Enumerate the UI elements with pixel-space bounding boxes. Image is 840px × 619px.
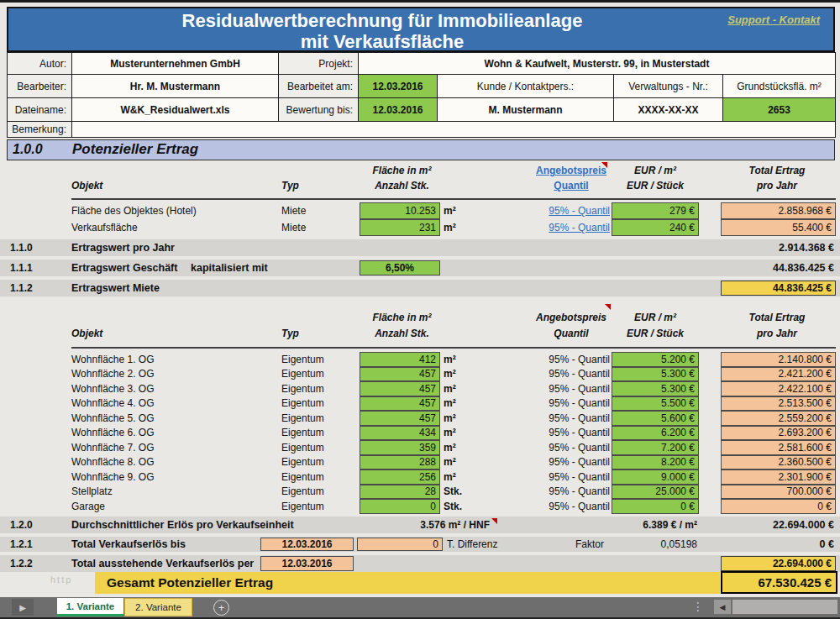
row-code: 1.1.1 <box>10 260 33 276</box>
preis-input[interactable]: 9.000 € <box>612 469 699 485</box>
total-cell: 2.140.800 € <box>721 352 836 367</box>
hnf-area-value: 3.576 m² / HNF <box>353 517 490 533</box>
flaeche-input[interactable]: 457 <box>360 411 440 426</box>
typ-cell: Eigentum <box>281 499 324 514</box>
objekt-cell: Stellplatz <box>71 485 113 500</box>
verkaufserloes-betrag-input[interactable]: 0 <box>357 538 443 551</box>
overflow-dots-icon[interactable]: ⋮ <box>692 600 704 613</box>
kapitalisierung-input[interactable]: 6,50% <box>360 260 440 275</box>
flaeche-input[interactable]: 256 <box>360 469 440 485</box>
quantil-cell: 95% - Quantil <box>496 352 610 367</box>
row-label: Ertragswert Miete <box>71 280 160 296</box>
flaeche-input[interactable]: 412 <box>360 352 440 367</box>
verwaltung-nr-value: XXXX-XX-XX <box>613 97 723 122</box>
sheet-nav-arrow-icon[interactable]: ▶ <box>12 599 34 616</box>
row-code: 1.2.0 <box>10 517 33 533</box>
add-sheet-icon[interactable]: + <box>213 600 229 616</box>
flaeche-input[interactable]: 28 <box>360 485 440 500</box>
quantil-link[interactable]: 95% - Quantil <box>496 202 610 219</box>
bemerkung-input[interactable] <box>71 121 836 138</box>
bearbeitet-am-input[interactable]: 12.03.2016 <box>358 74 438 98</box>
row-total: 44.836.425 € <box>773 260 834 276</box>
col-total-l2: pro Jahr <box>718 328 836 339</box>
flaeche-input[interactable]: 10.253 <box>360 202 440 219</box>
verkaufserloes-datum-input[interactable]: 12.03.2016 <box>260 538 354 551</box>
table-row: Wohnfläche 6. OG Eigentum 434 m² 95% - Q… <box>0 426 840 441</box>
flaeche-input[interactable]: 359 <box>360 440 440 455</box>
einheit-cell: m² <box>444 411 456 426</box>
total-cell: 2.581.600 € <box>721 440 836 455</box>
row-code: 1.2.1 <box>10 537 33 552</box>
row-label: Ertragswert pro Jahr <box>71 239 175 256</box>
einheit-cell: m² <box>444 396 456 412</box>
ausstehend-total: 22.694.000 € <box>721 556 836 571</box>
gesamt-total-cell: 67.530.425 € <box>721 571 837 594</box>
preis-input[interactable]: 5.600 € <box>612 411 699 426</box>
einheit-cell: m² <box>444 352 456 367</box>
preis-input[interactable]: 0 € <box>612 499 699 514</box>
preis-input[interactable]: 6.200 € <box>612 426 699 441</box>
preis-input[interactable]: 5.300 € <box>612 381 699 396</box>
comment-indicator-icon <box>491 518 497 524</box>
quantil-link[interactable]: 95% - Quantil <box>496 219 610 236</box>
horizontal-scrollbar-thumb[interactable] <box>732 600 837 614</box>
flaeche-input[interactable]: 434 <box>360 426 440 441</box>
preis-input[interactable]: 8.200 € <box>612 455 699 470</box>
support-contact-link[interactable]: Support - Kontakt <box>727 13 820 26</box>
objekt-cell: Verkaufsfläche <box>71 219 138 236</box>
objekt-cell: Fläche des Objektes (Hotel) <box>71 202 197 219</box>
objekt-cell: Wohnfläche 7. OG <box>71 440 155 455</box>
row-label: Ertragswert Geschäft <box>71 260 177 276</box>
table-row: Wohnfläche 1. OG Eigentum 412 m² 95% - Q… <box>0 352 840 367</box>
total-cell: 2.513.500 € <box>721 396 836 412</box>
preis-input[interactable]: 5.200 € <box>612 352 699 367</box>
ausstehend-datum-input[interactable]: 12.03.2016 <box>260 556 354 571</box>
quantil-cell: 95% - Quantil <box>496 396 610 412</box>
quantil-cell: 95% - Quantil <box>496 381 610 396</box>
objekt-cell: Wohnfläche 3. OG <box>71 381 155 396</box>
typ-cell: Eigentum <box>281 469 324 485</box>
tab-variante-2[interactable]: 2. Variante <box>124 598 192 616</box>
grundstueck-flaeche-input[interactable]: 2653 <box>722 97 836 122</box>
row-code: 1.1.0 <box>10 239 33 256</box>
flaeche-input[interactable]: 457 <box>360 381 440 396</box>
bewertung-bis-input[interactable]: 12.03.2016 <box>358 97 438 122</box>
preis-input[interactable]: 7.200 € <box>612 440 699 455</box>
total-cell: 2.421.200 € <box>721 367 836 382</box>
flaeche-input[interactable]: 288 <box>360 455 440 470</box>
preis-input[interactable]: 240 € <box>612 219 699 236</box>
table-row: Fläche des Objektes (Hotel) Miete 10.253… <box>0 202 840 219</box>
col-eur-l2: EUR / Stück <box>588 180 722 191</box>
flaeche-input[interactable]: 231 <box>360 219 440 236</box>
preis-input[interactable]: 5.300 € <box>612 367 699 382</box>
comment-indicator-icon <box>601 162 607 168</box>
flaeche-input[interactable]: 457 <box>360 396 440 412</box>
total-cell: 2.559.200 € <box>721 411 836 426</box>
scroll-left-icon[interactable]: ◀ <box>714 600 731 614</box>
einheit-cell: m² <box>444 440 456 455</box>
preis-input[interactable]: 25.000 € <box>612 485 699 500</box>
einheit-cell: Stk. <box>444 499 462 514</box>
objekt-cell: Wohnfläche 8. OG <box>71 455 155 470</box>
grundstueck-label: Grundstücksflä. m² <box>722 74 836 98</box>
preis-input[interactable]: 5.500 € <box>612 396 699 412</box>
total-cell: 2.693.200 € <box>721 426 836 441</box>
objekt-cell: Wohnfläche 1. OG <box>71 352 155 367</box>
table1-header-rule <box>71 198 836 200</box>
row-total: 2.914.368 € <box>779 239 834 256</box>
typ-cell: Eigentum <box>281 411 324 426</box>
objekt-cell: Garage <box>71 499 105 514</box>
quantil-cell: 95% - Quantil <box>496 455 610 470</box>
tab-variante-1[interactable]: 1. Variante <box>57 598 123 616</box>
kunde-label: Kunde / Kontaktpers.: <box>437 74 614 98</box>
flaeche-input[interactable]: 0 <box>360 499 440 514</box>
row-code: 1.1.2 <box>10 280 33 296</box>
section-title: Potenzieller Ertrag <box>72 141 198 158</box>
dateiname-value: W&K_Residualwert.xls <box>71 97 279 122</box>
total-cell: 55.400 € <box>721 219 836 236</box>
preis-input[interactable]: 279 € <box>612 202 699 219</box>
flaeche-input[interactable]: 457 <box>360 367 440 382</box>
col-flaeche-l1: Fläche in m² <box>341 165 463 176</box>
row-total: 0 € <box>820 537 834 552</box>
table2-header-rule <box>71 347 836 349</box>
